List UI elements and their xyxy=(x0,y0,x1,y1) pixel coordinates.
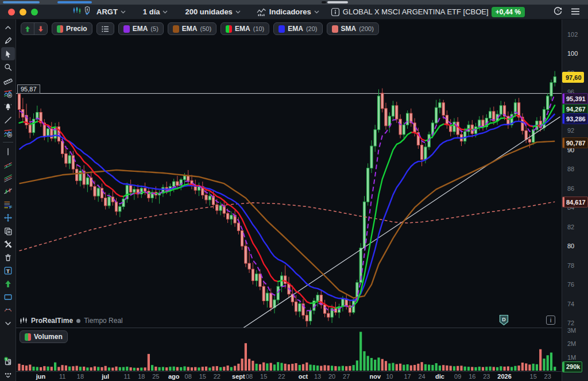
collapse-chevron-icon[interactable] xyxy=(1,21,15,34)
timeframe-label: 1 día xyxy=(143,7,160,16)
instrument-info[interactable]: GLOBAL X MSCI ARGENTINA ETF [CBOE] +0,44… xyxy=(326,7,529,17)
delete-tool-icon[interactable] xyxy=(1,251,15,264)
price-tick-label: 102 xyxy=(567,31,578,38)
time-tick-label: 16 xyxy=(469,373,475,380)
daily-timeframe-badge[interactable]: D xyxy=(499,314,509,328)
chevron-down-icon xyxy=(235,10,241,14)
price-tick-label: 72 xyxy=(567,320,574,326)
ema20-indicator-button[interactable]: EMA(20) xyxy=(273,22,322,35)
alerts-bell-icon[interactable] xyxy=(1,100,15,113)
object-tools-icon[interactable] xyxy=(1,237,15,251)
list-icon xyxy=(102,26,109,32)
text-tool-icon[interactable]: T xyxy=(1,264,15,277)
trend-line-tool-icon[interactable] xyxy=(1,113,15,126)
indicator-label: EMA xyxy=(288,25,303,33)
ai-pattern-detect-icon[interactable]: IA xyxy=(1,87,15,100)
time-tick-label: 11 xyxy=(124,373,130,380)
price-tick-label: 86 xyxy=(567,185,574,192)
sma200-indicator-button[interactable]: SMA(200) xyxy=(327,22,379,35)
ema10-indicator-button[interactable]: EMA(10) xyxy=(220,22,269,35)
minimize-window-button[interactable] xyxy=(20,9,26,16)
time-tick-label: 15 xyxy=(199,373,206,380)
cursor-select-icon[interactable] xyxy=(1,47,15,60)
units-selector[interactable]: 200 unidades xyxy=(180,7,245,16)
zoom-window-button[interactable] xyxy=(31,9,38,16)
precio-indicator-button[interactable]: Precio xyxy=(52,22,92,35)
time-tick-label: 27 xyxy=(343,373,350,380)
menu-icon[interactable] xyxy=(571,7,580,17)
price-tick-label: 100 xyxy=(567,50,578,57)
draw-pencil-icon[interactable] xyxy=(1,34,15,47)
indicator-label: Precio xyxy=(66,25,87,33)
strategy-settings-icon[interactable]: 1 xyxy=(1,355,15,368)
time-tick-label: 22 xyxy=(278,373,285,380)
svg-text:IA: IA xyxy=(8,133,11,136)
price-tick-label: 78 xyxy=(567,262,574,269)
background-window-strip xyxy=(0,0,588,5)
time-axis[interactable]: jun1118jul111825ago081522sept081522oct13… xyxy=(16,371,562,381)
time-tick-label: 13 xyxy=(314,373,321,380)
volume-indicator-button[interactable]: Volumen xyxy=(20,330,68,343)
prt-logo-icon xyxy=(20,317,28,325)
arrow-up-button[interactable] xyxy=(21,23,34,34)
arrow-up-tool-icon[interactable] xyxy=(1,277,15,290)
parallel-channel-tool-icon[interactable] xyxy=(1,158,15,171)
close-window-button[interactable] xyxy=(8,9,15,16)
indicator-color-chip xyxy=(278,25,285,33)
indicator-color-chip xyxy=(332,25,338,33)
more-options-icon[interactable] xyxy=(1,368,15,381)
ema50-indicator-button[interactable]: EMA(50) xyxy=(168,22,216,35)
quality-shield-icon[interactable] xyxy=(83,6,92,18)
time-tick-label: jun xyxy=(36,373,46,380)
price-tick-label: 80 xyxy=(567,243,574,249)
feed-status: Tiempo Real xyxy=(84,317,123,325)
timeframe-selector[interactable]: 1 día xyxy=(138,7,173,16)
ai-trend-detect-icon[interactable]: IA xyxy=(1,126,15,140)
time-tick-label: 08 xyxy=(185,373,192,380)
indicators-menu[interactable]: Indicadores xyxy=(252,7,324,16)
regression-channel-tool-icon[interactable] xyxy=(1,171,15,184)
current-volume-badge: 290k xyxy=(562,361,582,372)
pane-info-icon[interactable]: i xyxy=(546,315,555,325)
move-pan-tool-icon[interactable] xyxy=(1,211,15,224)
indicator-color-chip xyxy=(173,25,179,33)
ema5-value-badge: 95,391 xyxy=(562,93,588,104)
time-tick-label: 15 xyxy=(530,373,537,380)
candlestick-logo-icon[interactable] xyxy=(72,6,82,17)
measure-ruler-icon[interactable] xyxy=(1,74,15,87)
indicator-label: EMA xyxy=(235,25,250,33)
indicator-toggle-bar: PrecioEMA(5)EMA(50)EMA(10)EMA(20)SMA(200… xyxy=(21,22,379,35)
candlestick-pattern-tool-icon[interactable] xyxy=(1,184,15,198)
zone-rect-tool-icon[interactable] xyxy=(1,290,15,303)
time-tick-label: 20 xyxy=(328,373,335,380)
quote-list-button[interactable] xyxy=(96,22,114,35)
time-tick-label: 25 xyxy=(152,373,159,380)
ema20-value-badge: 93,286 xyxy=(562,113,588,124)
time-tick-label: 11 xyxy=(59,373,65,380)
indicator-label: EMA xyxy=(182,25,198,33)
symbol-selector[interactable]: ARGT xyxy=(92,7,130,16)
zoom-tool-icon[interactable] xyxy=(1,60,15,74)
svg-text:IA: IA xyxy=(8,94,11,97)
time-tick-label: 10 xyxy=(386,373,393,380)
ema5-indicator-button[interactable]: EMA(5) xyxy=(118,22,164,35)
duplicate-tool-icon[interactable] xyxy=(1,224,15,237)
status-dot xyxy=(76,319,80,323)
arrow-down-button[interactable] xyxy=(34,23,47,34)
time-tick-label: jul xyxy=(102,373,109,380)
ellipse-tool-icon[interactable] xyxy=(1,303,15,317)
price-axis[interactable]: 10210098969492908886848280787674723M2M1M… xyxy=(562,20,588,381)
background-tab-segment xyxy=(327,1,348,3)
chevron-down-icon xyxy=(314,10,319,14)
chevron-down-icon xyxy=(163,10,168,14)
horizontal-level-label[interactable]: 95,87 xyxy=(17,84,40,94)
time-tick-label: 15 xyxy=(260,373,267,380)
fibonacci-tool-icon[interactable]: F xyxy=(1,198,15,211)
chevron-down-icon xyxy=(121,10,126,14)
indicator-chart-icon xyxy=(257,8,266,16)
background-tab-segment xyxy=(322,1,326,3)
scroll-down-chevron-icon[interactable] xyxy=(1,317,15,330)
svg-text:T: T xyxy=(6,267,10,274)
refresh-icon[interactable] xyxy=(553,6,563,18)
vertical-line-tool-icon[interactable] xyxy=(1,145,15,158)
